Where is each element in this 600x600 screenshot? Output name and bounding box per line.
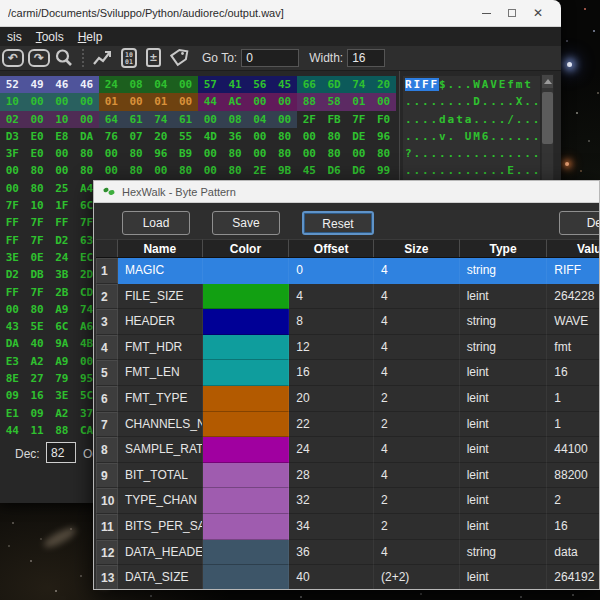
ascii-row[interactable]: ............E... [403,162,540,179]
hex-byte[interactable]: 7F [347,111,372,128]
hex-byte[interactable]: 80 [272,128,297,145]
pattern-row-sample-rate[interactable]: 8SAMPLE_RATE244leint44100 [96,437,600,463]
hex-byte[interactable]: 80 [25,180,50,197]
hex-byte[interactable]: D2 [0,266,25,283]
save-button[interactable]: Save [212,211,280,235]
menu-item-sis[interactable]: sis [0,30,29,44]
hex-byte[interactable]: AC [223,93,248,110]
maximize-button[interactable] [499,4,525,22]
hex-byte[interactable]: 10 [50,111,75,128]
hex-byte[interactable]: 66 [297,76,322,93]
redo-button[interactable]: ↷ [28,47,50,69]
hex-byte[interactable]: 08 [223,111,248,128]
hex-byte[interactable]: 61 [173,111,198,128]
hex-byte[interactable]: 00 [0,301,25,318]
hex-byte[interactable]: 3B [50,266,75,283]
hex-byte[interactable]: 44 [198,93,223,110]
hex-byte[interactable]: 55 [173,128,198,145]
hex-byte[interactable]: 07 [124,128,149,145]
hex-byte[interactable]: 00 [248,93,273,110]
goto-input[interactable] [241,49,299,67]
hex-byte[interactable]: 27 [25,370,50,387]
hex-byte[interactable]: D6 [322,162,347,179]
hex-byte[interactable]: 24 [50,249,75,266]
hex-byte[interactable]: 44 [0,422,25,439]
hex-byte[interactable]: 99 [371,162,396,179]
hex-byte[interactable]: 00 [74,111,99,128]
hex-byte[interactable]: 61 [124,111,149,128]
hex-byte[interactable]: 4D [198,128,223,145]
hex-byte[interactable]: E0 [25,145,50,162]
hex-byte[interactable]: 80 [223,162,248,179]
pattern-row-data-header[interactable]: 12DATA_HEADER364stringdata [96,540,600,566]
pattern-row-bits-per-sa-[interactable]: 11BITS_PER_SA...342leint16 [96,514,600,540]
pattern-row-file-size[interactable]: 2FILE_SIZE44leint264228 [96,284,600,310]
hex-byte[interactable]: 88 [297,93,322,110]
hex-byte[interactable]: FB [322,111,347,128]
hex-byte[interactable]: 80 [173,162,198,179]
pattern-row-fmt-hdr[interactable]: 4FMT_HDR124stringfmt [96,335,600,361]
hex-byte[interactable]: 00 [99,145,124,162]
hex-byte[interactable]: F0 [371,111,396,128]
hex-byte[interactable]: FF [0,232,25,249]
hex-byte[interactable]: E3 [0,353,25,370]
hex-byte[interactable]: 00 [50,162,75,179]
hex-byte[interactable]: 00 [371,93,396,110]
hex-byte[interactable]: 01 [347,93,372,110]
hex-byte[interactable]: 00 [25,111,50,128]
hex-byte[interactable]: 00 [50,145,75,162]
pattern-row-bit-total[interactable]: 9BIT_TOTAL284leint88200 [96,463,600,489]
hex-byte[interactable]: 7F [25,214,50,231]
column-header-size[interactable]: Size [374,239,460,257]
hex-byte[interactable]: 08 [124,76,149,93]
column-header-color[interactable]: Color [203,239,290,257]
hex-byte[interactable]: 10 [25,197,50,214]
pattern-row-channels-num[interactable]: 7CHANNELS_NUM222leint1 [96,412,600,438]
hex-byte[interactable]: 80 [322,128,347,145]
hex-byte[interactable]: 3E [50,387,75,404]
hex-byte[interactable]: 2E [248,162,273,179]
hex-byte[interactable]: 00 [149,162,174,179]
hex-byte[interactable]: 36 [223,128,248,145]
hex-byte[interactable]: 80 [322,145,347,162]
hex-byte[interactable]: 56 [248,76,273,93]
column-header-value[interactable]: Value [547,239,600,257]
dec-input[interactable] [46,442,76,463]
search-button[interactable] [54,47,74,69]
hex-byte[interactable]: 01 [149,93,174,110]
hex-byte[interactable]: 80 [124,162,149,179]
hex-byte[interactable]: 79 [50,370,75,387]
hex-byte[interactable]: DA [0,335,25,352]
hex-byte[interactable]: 04 [149,76,174,93]
hex-byte[interactable]: 74 [347,76,372,93]
hex-byte[interactable]: 74 [149,111,174,128]
hex-byte[interactable]: 76 [99,128,124,145]
hex-byte[interactable]: E8 [50,128,75,145]
pattern-row-fmt-len[interactable]: 5FMT_LEN164leint16 [96,360,600,386]
hex-byte[interactable]: A2 [50,405,75,422]
hex-byte[interactable]: 96 [149,145,174,162]
analysis-chart-button[interactable] [92,47,114,69]
hex-byte[interactable]: 88 [50,422,75,439]
hex-byte[interactable]: 46 [50,76,75,93]
hex-byte[interactable]: 64 [99,111,124,128]
hex-byte[interactable]: 41 [223,76,248,93]
hex-byte[interactable]: 80 [272,145,297,162]
hex-byte[interactable]: DB [25,266,50,283]
pattern-row-type-chan[interactable]: 10TYPE_CHAN322leint2 [96,488,600,514]
hex-byte[interactable]: 80 [371,145,396,162]
hex-byte[interactable]: 3E [0,249,25,266]
hex-byte[interactable]: 80 [124,145,149,162]
hex-byte[interactable]: 46 [74,76,99,93]
hex-byte[interactable]: 9B [272,162,297,179]
diff-file-button[interactable]: ± [144,47,164,69]
pattern-row-header[interactable]: 3HEADER84stringWAVE [96,309,600,335]
hex-byte[interactable]: 00 [248,128,273,145]
column-header-offset[interactable]: Offset [289,239,374,257]
ascii-row[interactable]: ........D....X.. [403,93,540,110]
scroll-up-button[interactable] [542,75,553,88]
hex-byte[interactable]: DE [347,128,372,145]
hex-byte[interactable]: 00 [297,128,322,145]
hex-byte[interactable]: 3F [0,145,25,162]
hex-byte[interactable]: 00 [248,145,273,162]
